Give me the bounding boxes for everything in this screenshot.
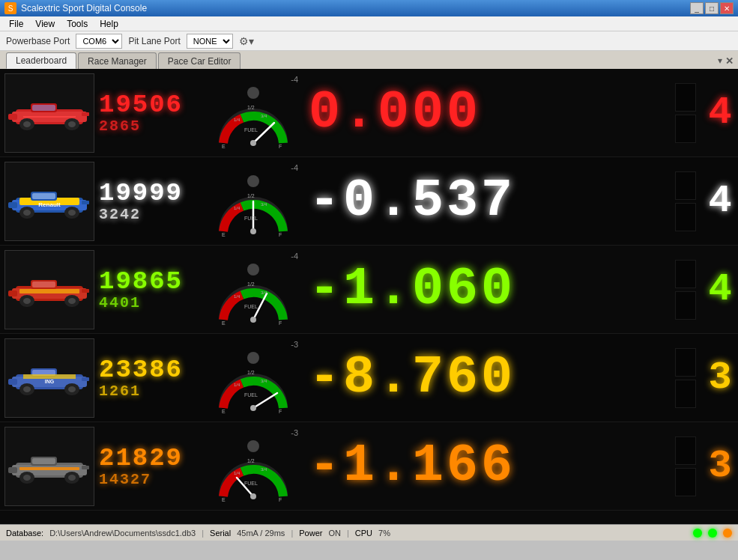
right-display-4: -8.760 [303, 352, 665, 404]
svg-point-63 [68, 386, 76, 392]
tab-pace-car[interactable]: Pace Car Editor [158, 52, 241, 69]
sub-time-4: 1261 [99, 384, 204, 399]
menu-tools[interactable]: Tools [61, 17, 94, 31]
svg-rect-28 [8, 202, 17, 208]
left-display-2: 19999 3242 [99, 180, 204, 222]
db-label: Database: [6, 529, 43, 538]
svg-point-51 [250, 317, 256, 323]
car-image-2: Renault [4, 162, 94, 241]
indicator-box-1b [675, 115, 696, 143]
svg-rect-27 [32, 193, 55, 199]
lap-time-5: 21829 [99, 445, 204, 471]
svg-text:3/4: 3/4 [261, 202, 267, 207]
svg-point-90 [250, 493, 256, 499]
indicator-box-2a [675, 171, 696, 200]
indicator-box-3b [675, 291, 696, 320]
window-controls: _ □ ✕ [690, 2, 734, 14]
menu-help[interactable]: Help [94, 17, 124, 31]
svg-rect-49 [19, 289, 79, 293]
indicator-box-4a [675, 348, 696, 377]
lap-time-2: 19999 [99, 180, 204, 206]
toolbar: Powerbase Port COM6 COM1 COM3 NONE Pit L… [0, 31, 738, 51]
tab-leaderboard[interactable]: Leaderboard [6, 52, 76, 69]
svg-text:1/2: 1/2 [247, 458, 255, 463]
indicator-box-2b [675, 203, 696, 231]
tabs-dropdown-icon[interactable]: ▾ [718, 55, 722, 66]
maximize-button[interactable]: □ [705, 2, 719, 14]
pitlane-label: Pit Lane Port [128, 36, 180, 46]
right-display-2: -0.537 [303, 175, 665, 228]
svg-rect-9 [82, 112, 89, 116]
title-bar: S Scalextric Sport Digital Console _ □ ✕ [0, 0, 738, 16]
powerbase-select[interactable]: COM6 COM1 COM3 NONE [76, 34, 122, 49]
svg-text:E: E [222, 320, 226, 326]
svg-text:1/2: 1/2 [247, 370, 255, 375]
tab-race-manager[interactable]: Race Manager [78, 52, 157, 69]
sub-time-1: 2865 [99, 119, 204, 134]
svg-text:3/4: 3/4 [261, 290, 267, 295]
svg-rect-86 [8, 467, 17, 473]
car-image-5 [4, 427, 94, 506]
svg-rect-8 [8, 114, 17, 120]
right-digit-3: 4 [707, 267, 734, 311]
db-path: D:\Users\Andrew\Documents\ssdc1.db3 [49, 529, 196, 538]
svg-text:E: E [222, 232, 226, 237]
right-digit-2: 4 [707, 179, 734, 223]
svg-text:1/2: 1/2 [247, 105, 255, 110]
svg-rect-87 [82, 466, 89, 469]
svg-text:FUEL: FUEL [244, 127, 258, 133]
pitlane-select[interactable]: NONE COM1 COM3 COM6 [187, 34, 233, 49]
indicator-box-4b [675, 380, 696, 408]
svg-rect-66 [8, 379, 17, 385]
serial-value: 45mA / 29ms [237, 529, 285, 538]
settings-icon[interactable]: ⚙▾ [239, 35, 254, 47]
svg-text:FUEL: FUEL [244, 481, 258, 486]
sub-time-5: 14327 [99, 472, 204, 487]
svg-text:E: E [222, 409, 226, 414]
large-time-3: -1.060 [309, 264, 515, 316]
lap-time-4: 23386 [99, 357, 204, 383]
svg-rect-29 [82, 201, 89, 204]
svg-rect-67 [82, 377, 89, 381]
app-icon: S [4, 2, 16, 14]
sub-time-3: 4401 [99, 296, 204, 311]
cpu-value: 7% [378, 529, 390, 538]
svg-point-24 [23, 210, 31, 216]
svg-text:E: E [222, 497, 226, 502]
car-row-2: Renault 19999 3242 -4 E 1/2 1/4 3/4 F F [0, 157, 738, 246]
svg-text:F: F [279, 232, 282, 237]
left-display-3: 19865 4401 [99, 269, 204, 311]
sub-time-2: 3242 [99, 207, 204, 222]
svg-text:1/4: 1/4 [234, 383, 241, 387]
menu-file[interactable]: File [3, 17, 29, 31]
svg-rect-48 [82, 289, 89, 293]
menu-view[interactable]: View [29, 17, 61, 31]
minimize-button[interactable]: _ [690, 2, 704, 14]
car-row-4: ING 23386 1261 -3 E 1/2 1/4 3/4 F FUEL [0, 334, 738, 422]
svg-line-11 [253, 123, 274, 143]
lap-time-3: 19865 [99, 269, 204, 294]
power-value: ON [328, 529, 341, 538]
indicator-box-5b [675, 468, 696, 496]
fuel-gauge-2: -4 E 1/2 1/4 3/4 F FUEL [208, 163, 298, 239]
svg-rect-7 [32, 105, 55, 111]
close-button[interactable]: ✕ [720, 2, 734, 14]
svg-point-4 [23, 121, 31, 127]
svg-rect-85 [32, 458, 55, 464]
tabs-close-icon[interactable]: ✕ [725, 55, 734, 67]
powerbase-label: Powerbase Port [6, 36, 70, 46]
status-led-orange [723, 529, 732, 538]
large-time-1: 0.000 [309, 87, 481, 139]
svg-point-71 [250, 405, 256, 411]
svg-text:3/4: 3/4 [261, 114, 267, 118]
left-display-4: 23386 1261 [99, 357, 204, 399]
fuel-gauge-5: -3 E 1/2 1/4 3/4 F FUEL [208, 428, 298, 504]
svg-point-25 [68, 210, 76, 216]
svg-rect-47 [8, 290, 17, 296]
left-display-1: 19506 2865 [99, 92, 204, 134]
left-display-5: 21829 14327 [99, 445, 204, 487]
svg-text:FUEL: FUEL [244, 216, 258, 221]
status-bar: Database: D:\Users\Andrew\Documents\ssdc… [0, 524, 738, 541]
car-image-1 [4, 73, 94, 153]
car-row-3: 19865 4401 -4 E 1/2 1/4 3/4 F FUEL -1.0 [0, 246, 738, 334]
